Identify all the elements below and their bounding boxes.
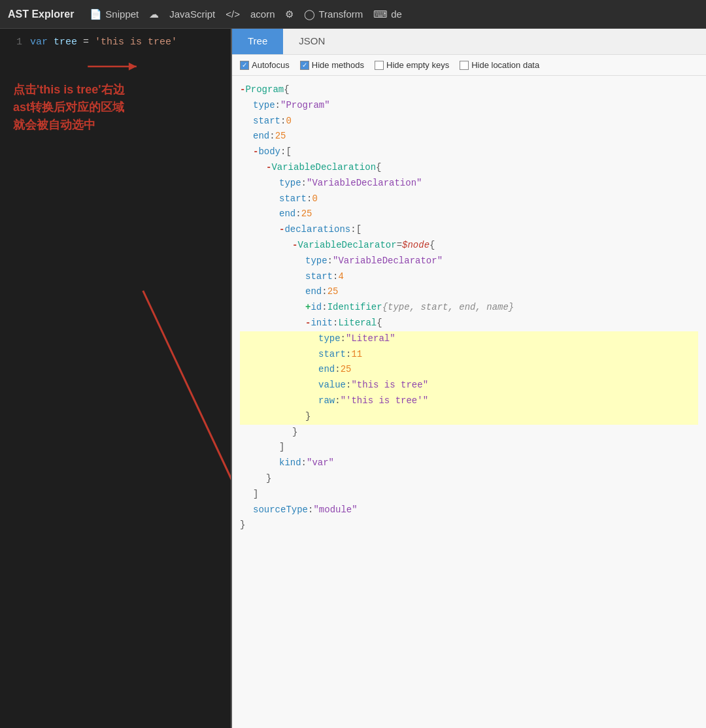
tabs-bar: Tree JSON <box>232 29 706 55</box>
tree-number: 0 <box>286 114 291 129</box>
tree-punctuation: { <box>429 238 435 254</box>
tree-line[interactable]: - VariableDeclarator = $node { <box>240 238 698 254</box>
keyboard-icon[interactable]: ⌨ de <box>373 8 402 20</box>
tree-punctuation: { <box>284 82 289 98</box>
tree-line[interactable]: type: "VariableDeclarator" <box>240 254 698 269</box>
code-editor[interactable]: 1 var tree = 'this is tree' <box>0 29 231 56</box>
tree-key: declarations <box>284 222 350 238</box>
annotation: 点击'this is tree'右边 ast转换后对应的区域 就会被自动选中 <box>13 81 125 134</box>
snippet-menu[interactable]: 📄 Snippet <box>90 8 139 20</box>
tree-key: type <box>318 331 341 347</box>
tab-tree[interactable]: Tree <box>232 29 283 54</box>
string-value: 'this is tree' <box>95 37 177 48</box>
tree-line[interactable]: sourceType: "module" <box>240 503 698 518</box>
tree-line[interactable]: type: "Literal" <box>240 331 698 347</box>
hide-empty-label: Hide empty keys <box>386 60 449 70</box>
tree-line[interactable]: - body: [ <box>240 144 698 160</box>
snippet-icon: 📄 <box>90 8 102 20</box>
tree-type: VariableDeclarator <box>297 238 396 254</box>
tree-number: 0 <box>312 191 317 207</box>
expand-icon[interactable]: + <box>305 300 311 316</box>
tree-key: start <box>305 269 333 285</box>
parser-menu[interactable]: acorn <box>250 8 275 20</box>
option-hide-empty[interactable]: Hide empty keys <box>375 60 449 70</box>
options-bar: ✓ Autofocus ✓ Hide methods Hide empty ke… <box>232 55 706 76</box>
hide-location-label: Hide location data <box>471 60 539 70</box>
tree-punctuation: : <box>280 144 286 160</box>
tree-line[interactable]: } <box>240 425 698 440</box>
tree-number: 25 <box>341 362 352 378</box>
svg-marker-1 <box>129 63 137 71</box>
collapse-icon[interactable]: - <box>279 222 284 238</box>
tree-punctuation: : <box>280 114 286 129</box>
tree-line[interactable]: ] <box>240 440 698 455</box>
settings-button[interactable]: ⚙ <box>285 8 294 20</box>
tree-line[interactable]: + id: Identifier {type, start, end, name… <box>240 300 698 316</box>
tree-key: kind <box>279 455 301 471</box>
tree-number: 4 <box>338 269 343 285</box>
tree-string: "this is tree" <box>351 378 428 393</box>
tree-key: body <box>258 144 280 160</box>
tree-string: "Literal" <box>346 331 395 347</box>
hide-methods-checkbox[interactable]: ✓ <box>300 61 309 70</box>
tree-punctuation: : <box>328 254 333 269</box>
tree-key: id <box>311 300 322 316</box>
tree-line[interactable]: ] <box>240 487 698 503</box>
tree-punctuation: ] <box>253 487 258 503</box>
autofocus-checkbox[interactable]: ✓ <box>240 61 249 70</box>
tree-line[interactable]: - VariableDeclaration { <box>240 160 698 176</box>
tree-key: end <box>253 129 269 144</box>
tree-line[interactable]: value: "this is tree" <box>240 378 698 393</box>
tree-punctuation: : <box>346 378 351 393</box>
collapse-icon[interactable]: - <box>292 238 297 254</box>
collapse-icon[interactable]: - <box>305 316 311 331</box>
tree-line[interactable]: end: 25 <box>240 207 698 222</box>
tree-line[interactable]: - init: Literal { <box>240 316 698 331</box>
tree-key: end <box>279 207 295 222</box>
tree-line[interactable]: start: 0 <box>240 114 698 129</box>
parser-icon: </> <box>226 8 240 20</box>
cloud-icon[interactable]: ☁ <box>149 8 159 20</box>
option-hide-methods[interactable]: ✓ Hide methods <box>300 60 364 70</box>
tree-key: type <box>305 254 328 269</box>
hide-empty-checkbox[interactable] <box>375 61 384 70</box>
tree-punctuation: { <box>376 160 381 176</box>
tree-line[interactable]: kind: "var" <box>240 455 698 471</box>
tree-punctuation: : <box>333 269 338 285</box>
tree-line[interactable]: end: 25 <box>240 284 698 300</box>
tree-line[interactable]: type: "Program" <box>240 98 698 114</box>
tree-line[interactable]: end: 25 <box>240 129 698 144</box>
tree-line[interactable]: - Program { <box>240 82 698 98</box>
option-hide-location[interactable]: Hide location data <box>460 60 539 70</box>
tree-line[interactable]: } <box>240 518 698 533</box>
arrows-overlay <box>0 29 231 728</box>
tree-number: 25 <box>328 284 339 300</box>
tree-line[interactable]: end: 25 <box>240 362 698 378</box>
tree-line[interactable]: start: 11 <box>240 347 698 363</box>
collapse-icon[interactable]: - <box>266 160 271 176</box>
tree-line[interactable]: raw: "'this is tree'" <box>240 393 698 409</box>
tree-line[interactable]: } <box>240 471 698 487</box>
tree-string: "var" <box>307 455 334 471</box>
tree-line[interactable]: start: 4 <box>240 269 698 285</box>
tab-json[interactable]: JSON <box>283 29 341 54</box>
option-autofocus[interactable]: ✓ Autofocus <box>240 60 290 70</box>
hide-location-checkbox[interactable] <box>460 61 469 70</box>
tree-key: type <box>253 98 275 114</box>
transform-toggle[interactable]: ◯ Transform <box>304 8 363 20</box>
collapse-icon[interactable]: - <box>240 82 245 98</box>
tree-line[interactable]: start: 0 <box>240 191 698 207</box>
tree-punctuation: : <box>335 362 340 378</box>
language-menu[interactable]: JavaScript <box>169 8 215 20</box>
tree-punctuation: : <box>307 191 312 207</box>
tree-punctuation: } <box>305 409 311 425</box>
tree-key: start <box>279 191 307 207</box>
tree-key: raw <box>318 393 335 409</box>
collapse-icon[interactable]: - <box>253 144 258 160</box>
tree-line[interactable]: type: "VariableDeclaration" <box>240 176 698 191</box>
tree-line[interactable]: - declarations: [ <box>240 222 698 238</box>
tree-line[interactable]: } <box>240 409 698 425</box>
gear-icon: ⚙ <box>285 8 294 20</box>
tree-bracket: [ <box>356 222 361 238</box>
tree-punctuation: } <box>292 425 297 440</box>
